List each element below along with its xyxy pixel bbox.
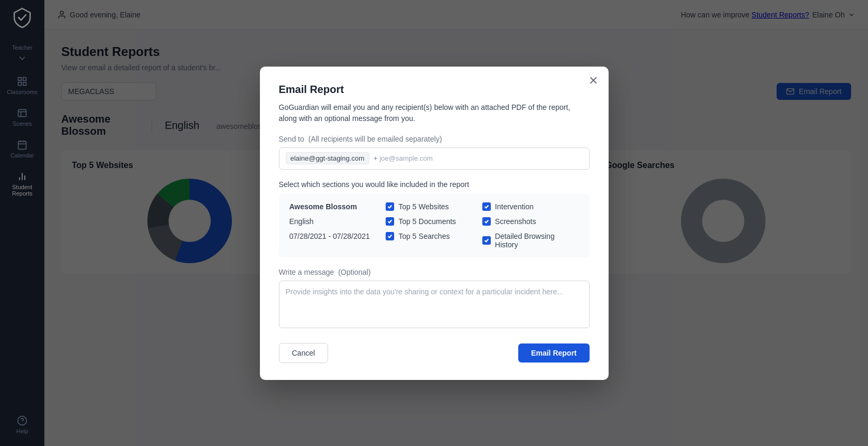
checkbox-intervention[interactable]: Intervention (482, 202, 579, 211)
recipient-current-email: elaine@ggt-staging.com (286, 152, 369, 164)
checkbox-detailedbrowsing[interactable]: Detailed Browsing History (482, 232, 579, 249)
submit-email-report-button[interactable]: Email Report (518, 343, 589, 363)
modal-footer: Cancel Email Report (279, 343, 590, 363)
modal-close-button[interactable]: ✕ (589, 75, 598, 87)
checkbox-intervention-box (482, 202, 491, 211)
sections-date-range: 07/28/2021 - 07/28/2021 (290, 232, 386, 240)
checkbox-top5documents[interactable]: Top 5 Documents (386, 217, 482, 226)
message-textarea[interactable] (279, 281, 590, 328)
checkbox-top5documents-box (386, 217, 394, 226)
checkbox-top5websites-label: Top 5 Websites (398, 202, 449, 211)
send-to-label: Send to (All recipients will be emailed … (279, 135, 590, 143)
checkbox-detailedbrowsing-box (482, 236, 491, 245)
write-message-label: Write a message (Optional) (279, 268, 590, 276)
checkbox-top5websites-box (386, 202, 394, 211)
checkbox-top5websites[interactable]: Top 5 Websites (386, 202, 482, 211)
checkmark-icon (387, 219, 393, 224)
checkbox-top5documents-label: Top 5 Documents (398, 217, 456, 226)
recipient-add-area[interactable]: + joe@sample.com (374, 154, 433, 162)
email-report-modal: ✕ Email Report GoGuardian will email you… (260, 67, 609, 380)
checkbox-top5searches[interactable]: Top 5 Searches (386, 232, 482, 240)
sections-col3: Intervention Screenshots Detailed Browsi… (482, 202, 579, 249)
checkmark-icon (387, 204, 393, 209)
sections-grid: Awesome Blossom English 07/28/2021 - 07/… (279, 194, 590, 257)
checkmark-icon (484, 204, 489, 209)
modal-overlay: ✕ Email Report GoGuardian will email you… (0, 0, 868, 446)
sections-student-class: English (290, 217, 386, 226)
checkbox-top5searches-box (386, 232, 394, 240)
sections-student-info: Awesome Blossom English 07/28/2021 - 07/… (290, 202, 386, 240)
recipients-box[interactable]: elaine@ggt-staging.com + joe@sample.com (279, 147, 590, 170)
modal-description: GoGuardian will email you and any recipi… (279, 102, 590, 124)
checkmark-icon (484, 219, 489, 224)
checkmark-icon (387, 234, 393, 239)
checkbox-detailedbrowsing-label: Detailed Browsing History (495, 232, 579, 249)
checkbox-screenshots-label: Screenshots (495, 217, 536, 226)
checkmark-icon (484, 238, 489, 243)
modal-title: Email Report (279, 83, 590, 96)
cancel-button[interactable]: Cancel (279, 343, 329, 363)
sections-col2: Top 5 Websites Top 5 Documents Top 5 Sea… (386, 202, 482, 240)
sections-student-name: Awesome Blossom (290, 202, 386, 211)
checkbox-screenshots-box (482, 217, 491, 226)
checkbox-intervention-label: Intervention (495, 202, 534, 211)
checkbox-top5searches-label: Top 5 Searches (398, 232, 450, 240)
checkbox-screenshots[interactable]: Screenshots (482, 217, 579, 226)
sections-label: Select which sections you would like inc… (279, 180, 590, 189)
